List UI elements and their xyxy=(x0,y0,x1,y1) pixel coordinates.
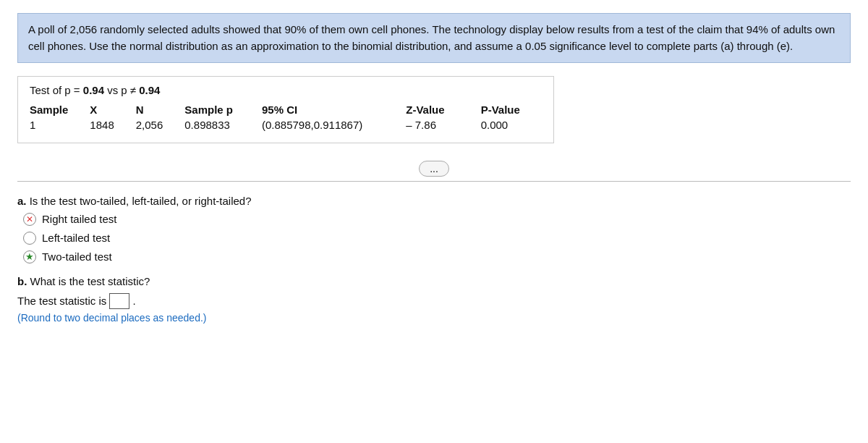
cell-x: 1848 xyxy=(90,117,135,132)
cell-ci: (0.885798,0.911867) xyxy=(262,117,406,132)
problem-statement: A poll of 2,056 randomly selected adults… xyxy=(28,23,835,52)
cell-sample-p: 0.898833 xyxy=(184,117,262,132)
question-b: What is the test statistic? xyxy=(30,275,150,287)
radio-item-left[interactable]: Left-tailed test xyxy=(23,232,851,245)
radio-label-right: Right tailed test xyxy=(42,213,116,225)
question-a: Is the test two-tailed, left-tailed, or … xyxy=(30,195,252,207)
col-pval: P-Value xyxy=(481,102,542,117)
test-statistic-line: The test statistic is . xyxy=(17,293,851,309)
stats-box: Test of p = 0.94 vs p ≠ 0.94 Sample X N … xyxy=(17,76,554,143)
radio-item-two[interactable]: Two-tailed test xyxy=(23,250,851,263)
radio-label-left: Left-tailed test xyxy=(42,232,110,244)
test-statistic-input[interactable] xyxy=(109,293,129,309)
radio-icon-two[interactable] xyxy=(23,250,36,263)
label-b: b. xyxy=(17,275,27,287)
radio-label-two: Two-tailed test xyxy=(42,250,112,263)
table-row: 1 1848 2,056 0.898833 (0.885798,0.911867… xyxy=(30,117,542,132)
cell-n: 2,056 xyxy=(136,117,185,132)
stats-table: Sample X N Sample p 95% CI Z-Value P-Val… xyxy=(30,102,542,132)
radio-icon-left[interactable] xyxy=(23,232,36,245)
col-z: Z-Value xyxy=(406,102,480,117)
statistic-prefix: The test statistic is xyxy=(17,295,106,307)
radio-icon-right[interactable] xyxy=(23,213,36,226)
radio-group: Right tailed test Left-tailed test Two-t… xyxy=(23,213,851,263)
period: . xyxy=(132,295,135,307)
col-x: X xyxy=(90,102,135,117)
section-b: b. What is the test statistic? The test … xyxy=(17,275,851,324)
dots-row: ... xyxy=(17,151,851,181)
round-note-text: (Round to two decimal places as needed.) xyxy=(17,312,206,324)
section-a: a. Is the test two-tailed, left-tailed, … xyxy=(17,195,851,263)
problem-text: A poll of 2,056 randomly selected adults… xyxy=(17,13,851,63)
round-note: (Round to two decimal places as needed.) xyxy=(17,312,851,324)
cell-sample: 1 xyxy=(30,117,90,132)
col-sample: Sample xyxy=(30,102,90,117)
test-header: Test of p = 0.94 vs p ≠ 0.94 xyxy=(30,84,542,96)
expand-button[interactable]: ... xyxy=(419,161,449,177)
section-divider xyxy=(17,181,851,182)
col-n: N xyxy=(136,102,185,117)
cell-pval: 0.000 xyxy=(481,117,542,132)
col-ci: 95% CI xyxy=(262,102,406,117)
section-b-label: b. What is the test statistic? xyxy=(17,275,851,287)
label-a: a. xyxy=(17,195,27,207)
cell-z: – 7.86 xyxy=(406,117,480,132)
col-sample-p: Sample p xyxy=(184,102,262,117)
section-a-label: a. Is the test two-tailed, left-tailed, … xyxy=(17,195,851,207)
radio-item-right[interactable]: Right tailed test xyxy=(23,213,851,226)
